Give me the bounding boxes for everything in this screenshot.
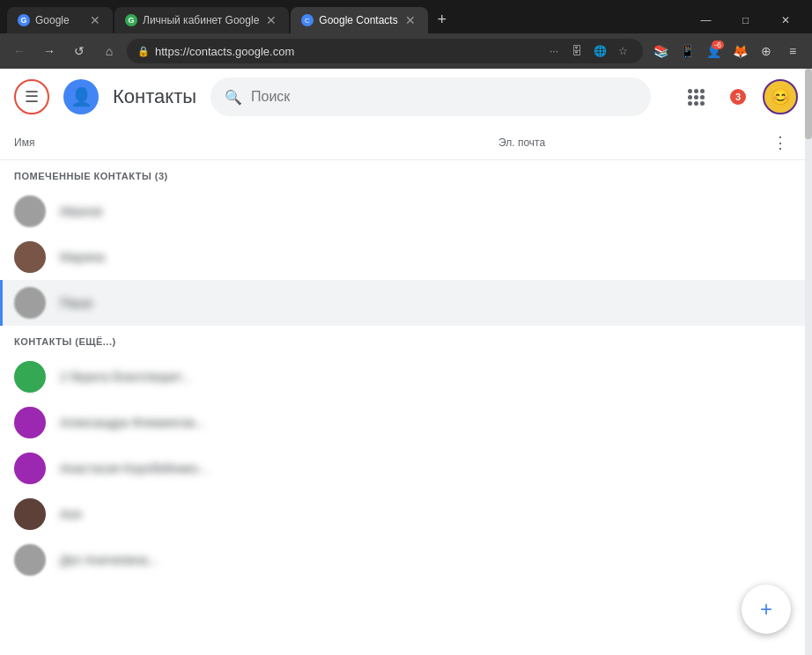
search-bar[interactable]: 🔍 [210,77,651,116]
contact-name: 2 берега благотворит... [60,370,534,384]
avatar [14,361,46,393]
forward-button[interactable]: → [37,39,62,63]
url-more-icon[interactable]: ··· [544,41,564,61]
close-button[interactable]: ✕ [765,7,805,33]
tab-google-icon: G [18,14,30,26]
avatar [14,453,46,484]
contact-name: Иванов [60,204,534,218]
scrollbar[interactable] [805,69,812,655]
apps-grid-icon [688,89,705,106]
tab-contacts-title: Google Contacts [319,14,397,26]
tab-google-title: Google [35,14,83,26]
table-row[interactable]: Дел Аничеевна... [0,537,812,583]
search-input[interactable] [251,89,637,105]
hamburger-icon: ☰ [25,87,39,107]
table-row[interactable]: Иванов [0,188,812,234]
apps-dot-9 [700,101,705,106]
scroll-thumb[interactable] [805,69,812,139]
add-contact-icon: + [760,597,772,622]
table-row[interactable]: Аня [0,491,812,537]
table-row[interactable]: Александра Флемингов... [0,400,812,445]
extensions-icon[interactable]: ⊕ [754,39,779,63]
column-more-header: ⋮ [763,133,798,152]
url-bar[interactable]: 🔒 https://contacts.google.com ··· 🗄 🌐 ☆ [127,39,643,63]
url-action-icons: ··· 🗄 🌐 ☆ [544,41,632,61]
notifications-button[interactable]: 3 [720,79,756,114]
bookmark-icon[interactable]: ☆ [613,41,632,61]
tab-google-close[interactable]: ✕ [88,11,102,29]
apps-dot-5 [694,95,698,99]
starred-section-header: ПОМЕЧЕННЫЕ КОНТАКТЫ (3) [0,160,812,188]
tab-personal-icon: G [125,14,137,26]
avatar [14,407,46,438]
account-icon[interactable]: 👤 -6 [701,39,726,63]
tab-personal[interactable]: G Личный кабинет Google ✕ [114,7,289,33]
contact-name: Анастасия Коробейнико... [60,461,534,475]
app-logo: 👤 [63,79,99,114]
apps-dot-1 [688,89,692,93]
avatar [14,544,46,576]
minimize-button[interactable]: — [686,7,726,33]
user-avatar[interactable]: 😊 [763,79,798,114]
address-bar: ← → ↺ ⌂ 🔒 https://contacts.google.com ··… [0,33,812,69]
user-avatar-icon: 😊 [771,87,790,107]
column-name-header: Имя [14,136,498,149]
maximize-button[interactable]: □ [726,7,765,33]
apps-dot-3 [700,89,705,93]
hamburger-menu-button[interactable]: ☰ [14,79,49,114]
search-icon: 🔍 [225,89,242,106]
tab-contacts-close[interactable]: ✕ [403,11,417,29]
library-icon[interactable]: 📚 [648,39,673,63]
avatar [14,498,46,530]
avatar [14,287,46,319]
pocket-icon[interactable]: 🗄 [567,41,587,61]
app-title: Контакты [113,85,196,108]
column-more-icon[interactable]: ⋮ [772,133,788,152]
table-row[interactable]: Марина [0,234,812,280]
tab-google[interactable]: G Google ✕ [7,7,113,33]
account-badge: -6 [712,40,724,49]
table-header: Имя Эл. почта ⋮ [0,125,812,160]
add-contact-fab[interactable]: + [742,585,791,634]
notification-badge: 3 [730,89,746,105]
app-header: ☰ 👤 Контакты 🔍 [0,69,812,125]
synced-tabs-icon[interactable]: 📱 [675,39,699,63]
apps-button[interactable] [678,79,713,114]
page-wrapper: ☰ 👤 Контакты 🔍 [0,69,812,655]
translate-icon[interactable]: 🌐 [590,41,609,61]
table-row[interactable]: Анастасия Коробейнико... [0,445,812,491]
url-text: https://contacts.google.com [155,45,539,58]
contact-name: Дел Аничеевна... [60,553,534,567]
refresh-button[interactable]: ↺ [67,39,92,63]
contact-name: Аня [60,507,534,521]
header-actions: 3 😊 [678,79,798,114]
browser-chrome: G Google ✕ G Личный кабинет Google ✕ C G… [0,0,812,69]
column-email-header: Эл. почта [498,136,763,149]
contact-name: Марина [60,250,534,264]
apps-dot-2 [694,89,698,93]
tab-contacts[interactable]: C Google Contacts ✕ [291,7,427,33]
tab-personal-close[interactable]: ✕ [264,11,278,29]
apps-dot-7 [688,101,692,106]
table-row[interactable]: 2 берега благотворит... [0,354,812,400]
lock-icon: 🔒 [137,46,150,57]
back-button[interactable]: ← [7,39,32,63]
table-row[interactable]: Паша [0,280,812,326]
avatar [14,241,46,273]
page-content: ☰ 👤 Контакты 🔍 [0,69,812,655]
svg-text:C: C [305,17,310,25]
home-button[interactable]: ⌂ [97,39,122,63]
contact-name: Паша [60,296,534,310]
tab-bar: G Google ✕ G Личный кабинет Google ✕ C G… [0,0,812,33]
contacts-table[interactable]: Имя Эл. почта ⋮ ПОМЕЧЕННЫЕ КОНТАКТЫ (3) … [0,125,812,655]
apps-dot-6 [700,95,705,99]
new-tab-button[interactable]: + [430,7,454,32]
apps-dot-8 [694,101,698,106]
other-section-header: КОНТАКТЫ (ЕЩЁ...) [0,326,812,354]
browser-toolbar: 📚 📱 👤 -6 🦊 ⊕ ≡ [648,39,805,63]
contact-name: Александра Флемингов... [60,416,534,430]
avatar [14,195,46,227]
firefox-icon[interactable]: 🦊 [727,39,752,63]
tab-contacts-icon: C [301,14,314,26]
menu-icon[interactable]: ≡ [780,39,805,63]
